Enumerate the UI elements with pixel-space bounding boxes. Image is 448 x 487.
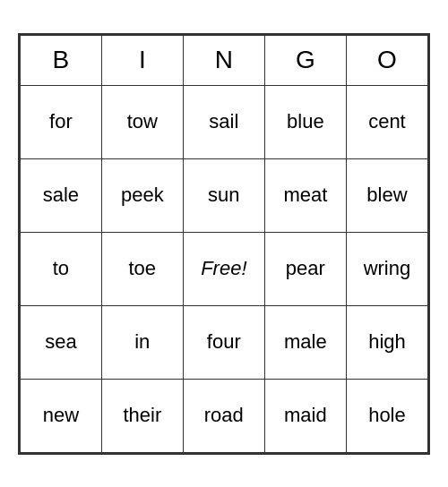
header-cell-i: I (101, 35, 183, 85)
table-row: fortowsailbluecent (21, 85, 428, 158)
cell-r2-c0: to (21, 232, 102, 305)
cell-r3-c2: four (183, 305, 264, 379)
cell-r1-c4: blew (346, 158, 427, 232)
cell-r0-c2: sail (183, 85, 264, 158)
cell-r4-c4: hole (346, 379, 427, 452)
cell-r1-c3: meat (264, 158, 346, 232)
header-cell-n: N (183, 35, 264, 85)
table-row: totoeFree!pearwring (21, 232, 428, 305)
cell-r3-c0: sea (21, 305, 102, 379)
header-cell-g: G (264, 35, 346, 85)
cell-r2-c4: wring (346, 232, 427, 305)
table-row: seainfourmalehigh (21, 305, 428, 379)
cell-r1-c0: sale (21, 158, 102, 232)
cell-r2-c1: toe (101, 232, 183, 305)
bingo-card: BINGO fortowsailbluecentsalepeeksunmeatb… (18, 33, 430, 455)
cell-r0-c1: tow (101, 85, 183, 158)
cell-r0-c0: for (21, 85, 102, 158)
bingo-table: BINGO fortowsailbluecentsalepeeksunmeatb… (20, 35, 428, 453)
header-row: BINGO (21, 35, 428, 85)
cell-r3-c3: male (264, 305, 346, 379)
cell-r1-c1: peek (101, 158, 183, 232)
cell-r2-c3: pear (264, 232, 346, 305)
cell-r1-c2: sun (183, 158, 264, 232)
cell-r4-c0: new (21, 379, 102, 452)
cell-r3-c4: high (346, 305, 427, 379)
bingo-body: fortowsailbluecentsalepeeksunmeatblewtot… (21, 85, 428, 452)
table-row: newtheirroadmaidhole (21, 379, 428, 452)
cell-r4-c1: their (101, 379, 183, 452)
table-row: salepeeksunmeatblew (21, 158, 428, 232)
cell-r4-c2: road (183, 379, 264, 452)
cell-r3-c1: in (101, 305, 183, 379)
cell-r0-c4: cent (346, 85, 427, 158)
cell-r4-c3: maid (264, 379, 346, 452)
header-cell-o: O (346, 35, 427, 85)
header-cell-b: B (21, 35, 102, 85)
cell-r0-c3: blue (264, 85, 346, 158)
cell-r2-c2: Free! (183, 232, 264, 305)
